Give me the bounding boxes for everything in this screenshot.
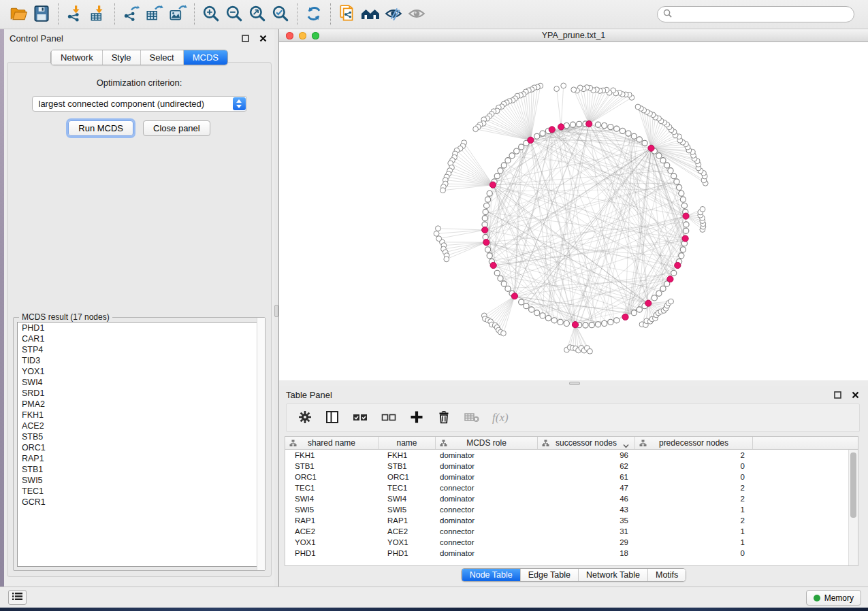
export-network-button[interactable] <box>120 3 143 26</box>
trash-icon <box>436 410 451 427</box>
delete-table-button[interactable] <box>464 408 480 427</box>
table-scrollbar[interactable] <box>848 450 858 565</box>
mcds-result-node[interactable]: YOX1 <box>18 366 261 377</box>
search-input[interactable] <box>676 10 848 19</box>
close-panel-button-mcds[interactable]: Close panel <box>143 120 210 136</box>
toolbar-separator <box>58 3 59 25</box>
mcds-result-node[interactable]: SWI4 <box>18 377 261 388</box>
horizontal-splitter[interactable] <box>279 381 868 386</box>
mcds-list-scrollbar[interactable] <box>257 318 265 570</box>
export-table-button[interactable] <box>143 3 166 26</box>
column-header-predecessor-nodes[interactable]: predecessor nodes <box>635 437 753 449</box>
splitter-handle[interactable] <box>274 305 278 317</box>
table-row[interactable]: RAP1 RAP1 dominator 35 2 <box>285 515 848 526</box>
column-header-name[interactable]: name <box>379 437 436 449</box>
hide-graphics-button[interactable] <box>382 3 405 26</box>
zoom-selected-button[interactable] <box>269 3 292 26</box>
network-titlebar: YPA_prune.txt_1 <box>279 29 868 42</box>
float-panel-button[interactable] <box>239 32 251 44</box>
table-panel-header: Table Panel <box>279 386 868 403</box>
mcds-result-groupbox: MCDS result (17 nodes) PHD1CAR1STP4TID3Y… <box>13 317 266 571</box>
mcds-result-node[interactable]: TID3 <box>18 355 261 366</box>
mcds-result-node[interactable]: STB5 <box>18 431 261 442</box>
mcds-result-list[interactable]: PHD1CAR1STP4TID3YOX1SWI4SRD1PMA2FKH1ACE2… <box>17 322 261 567</box>
float-panel-button[interactable] <box>831 389 843 401</box>
criterion-select[interactable]: largest connected component (undirected) <box>32 96 247 112</box>
mcds-result-node[interactable]: PHD1 <box>18 323 261 333</box>
table-header-row: shared name name MCDS role successor nod… <box>285 437 858 450</box>
table-tab[interactable]: Network Table <box>578 569 647 581</box>
select-all-button[interactable] <box>352 408 368 427</box>
mcds-result-node[interactable]: FKH1 <box>18 410 261 420</box>
scrollbar-thumb[interactable] <box>850 452 856 518</box>
table-row[interactable]: YOX1 YOX1 connector 29 1 <box>285 537 848 548</box>
column-header-mcds-role[interactable]: MCDS role <box>436 437 538 449</box>
network-canvas[interactable] <box>279 42 868 380</box>
table-row[interactable]: STB1 STB1 dominator 62 0 <box>285 461 848 472</box>
vertical-splitter[interactable] <box>274 29 279 587</box>
table-row[interactable]: FKH1 FKH1 dominator 96 2 <box>285 450 848 461</box>
close-panel-button[interactable] <box>849 389 861 401</box>
attribute-tree-icon <box>440 440 447 449</box>
network-file-share-button[interactable] <box>336 3 359 26</box>
fx-icon: f(x) <box>492 411 509 425</box>
zoom-fit-button[interactable] <box>246 3 269 26</box>
home-networks-button[interactable] <box>359 3 382 26</box>
table-options-button[interactable] <box>298 408 312 427</box>
close-window-button[interactable] <box>286 32 293 39</box>
sort-descending-icon <box>623 441 629 450</box>
close-panel-button[interactable] <box>257 32 269 44</box>
table-tab[interactable]: Node Table <box>462 569 520 581</box>
show-graphics-button[interactable] <box>405 3 428 26</box>
control-panel-tab[interactable]: Network <box>51 50 102 65</box>
zoom-out-button[interactable] <box>223 3 246 26</box>
mcds-result-node[interactable]: SRD1 <box>18 388 261 399</box>
mcds-result-node[interactable]: GCR1 <box>18 497 261 508</box>
add-column-button[interactable] <box>409 408 424 427</box>
status-bar: Memory <box>0 587 868 608</box>
zoom-in-button[interactable] <box>199 3 223 26</box>
control-panel-tabs: NetworkStyleSelectMCDS <box>50 50 228 65</box>
mcds-result-node[interactable]: ORC1 <box>18 442 261 453</box>
column-header-shared-name[interactable]: shared name <box>285 437 379 449</box>
open-file-button[interactable] <box>7 3 30 26</box>
minimize-window-button[interactable] <box>299 32 306 39</box>
maximize-window-button[interactable] <box>312 32 319 39</box>
import-table-button[interactable] <box>86 3 110 26</box>
deselect-all-button[interactable] <box>381 408 397 427</box>
mcds-result-node[interactable]: STP4 <box>18 344 261 355</box>
control-panel-tab[interactable]: MCDS <box>183 50 227 65</box>
table-tab[interactable]: Edge Table <box>520 569 578 581</box>
table-row[interactable]: PHD1 PHD1 dominator 18 0 <box>285 548 848 559</box>
table-row[interactable]: ACE2 ACE2 connector 31 1 <box>285 526 848 537</box>
function-builder-button[interactable]: f(x) <box>492 408 509 427</box>
splitter-handle[interactable] <box>569 382 580 385</box>
column-header-successor-nodes[interactable]: successor nodes <box>538 437 635 449</box>
table-row[interactable]: SWI5 SWI5 connector 43 1 <box>285 504 848 515</box>
optimization-criterion-label: Optimization criterion: <box>7 78 271 88</box>
criterion-value: largest connected component (undirected) <box>39 99 205 109</box>
mcds-result-node[interactable]: PMA2 <box>18 399 261 410</box>
control-panel-tab[interactable]: Style <box>102 50 140 65</box>
mcds-result-node[interactable]: SWI5 <box>18 475 261 486</box>
control-panel-tab[interactable]: Select <box>140 50 183 65</box>
table-tab[interactable]: Motifs <box>647 569 686 581</box>
mcds-result-node[interactable]: STB1 <box>18 464 261 475</box>
mcds-result-node[interactable]: CAR1 <box>18 333 261 344</box>
table-row[interactable]: TEC1 TEC1 connector 47 2 <box>285 482 848 493</box>
search-field[interactable] <box>657 6 854 22</box>
memory-button[interactable]: Memory <box>806 590 861 606</box>
task-history-button[interactable] <box>8 590 27 605</box>
show-column-panel-button[interactable] <box>325 408 340 427</box>
refresh-view-button[interactable] <box>302 3 325 26</box>
export-image-button[interactable] <box>166 3 189 26</box>
mcds-result-node[interactable]: TEC1 <box>18 486 261 497</box>
import-network-button[interactable] <box>63 3 86 26</box>
table-row[interactable]: ORC1 ORC1 dominator 61 0 <box>285 472 848 482</box>
delete-column-button[interactable] <box>436 408 451 427</box>
mcds-result-node[interactable]: RAP1 <box>18 453 261 464</box>
save-session-button[interactable] <box>30 3 53 26</box>
table-row[interactable]: SWI4 SWI4 dominator 46 2 <box>285 493 848 504</box>
run-mcds-button[interactable]: Run MCDS <box>68 120 133 136</box>
mcds-result-node[interactable]: ACE2 <box>18 420 261 431</box>
